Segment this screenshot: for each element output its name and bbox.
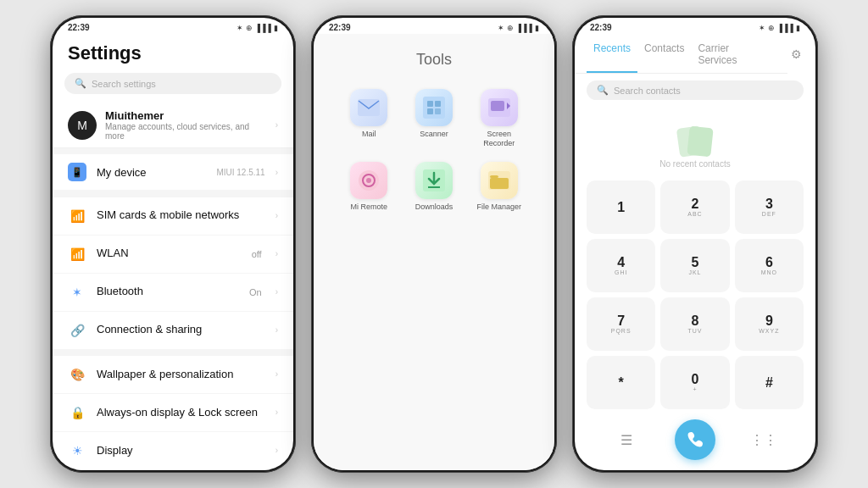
device-icon: 📱	[68, 163, 86, 181]
dialpad-icon[interactable]: ⋮⋮	[748, 424, 779, 455]
svg-rect-15	[490, 178, 509, 189]
my-device-item[interactable]: 📱 My device MIUI 12.5.11 ›	[53, 154, 293, 191]
settings-divider-1	[53, 148, 293, 154]
settings-item-bluetooth[interactable]: ✶ Bluetooth On ›	[53, 274, 293, 312]
scanner-label: Scanner	[420, 130, 448, 139]
account-name: Miuithemer	[105, 109, 267, 122]
app-screen-recorder[interactable]: Screen Recorder	[470, 89, 527, 148]
display-chevron-icon: ›	[275, 446, 278, 455]
settings-item-lockscreen[interactable]: 🔒 Always-on display & Lock screen ›	[53, 394, 293, 432]
num-digit-7: 7	[617, 314, 625, 328]
numpad: 1 2 ABC 3 DEF 4 GHI	[575, 177, 815, 413]
wallpaper-chevron-icon: ›	[275, 369, 278, 379]
battery3-icon: ▮	[796, 24, 800, 32]
settings-item-wlan[interactable]: 📶 WLAN off ›	[53, 236, 293, 274]
num-key-8[interactable]: 8 TUV	[660, 297, 729, 351]
settings-account[interactable]: M Miuithemer Manage accounts, cloud serv…	[53, 103, 293, 148]
num-letters-6: MNO	[761, 269, 777, 275]
battery2-icon: ▮	[535, 24, 539, 32]
menu-button[interactable]: ☰	[611, 424, 642, 455]
phone-dialer: 22:39 ✶ ⊕ ▐▐▐ ▮ Recents Contacts Carrier…	[572, 15, 818, 473]
app-scanner[interactable]: Scanner	[406, 89, 463, 148]
settings-item-connection[interactable]: 🔗 Connection & sharing ›	[53, 312, 293, 350]
phone-tools: 22:39 ✶ ⊕ ▐▐▐ ▮ Tools Mail	[311, 15, 557, 473]
num-letters-7: PQRS	[611, 328, 632, 334]
wallpaper-label: Wallpaper & personalization	[97, 368, 265, 382]
settings-item-sim[interactable]: 📶 SIM cards & mobile networks ›	[53, 197, 293, 236]
wlan-label: WLAN	[97, 247, 242, 261]
mi-remote-icon	[350, 162, 387, 199]
screen-recorder-label: Screen Recorder	[470, 130, 527, 148]
bluetooth-label: Bluetooth	[97, 285, 239, 299]
wlan-icon: 📶	[68, 245, 86, 263]
num-key-1[interactable]: 1	[587, 180, 655, 234]
num-key-7[interactable]: 7 PQRS	[587, 297, 655, 351]
search-icon: 🔍	[75, 78, 86, 89]
num-letters-3: DEF	[762, 211, 776, 217]
sim-chevron-icon: ›	[275, 211, 278, 220]
tab-contacts[interactable]: Contacts	[637, 37, 691, 73]
dialer-search-bar[interactable]: 🔍 Search contacts	[587, 80, 804, 100]
wlan-value: off	[252, 249, 262, 259]
status-icons-3: ✶ ⊕ ▐▐▐ ▮	[759, 24, 800, 32]
num-key-5[interactable]: 5 JKL	[660, 239, 729, 292]
app-mail[interactable]: Mail	[341, 89, 398, 148]
svg-rect-4	[427, 108, 433, 114]
settings-title: Settings	[53, 34, 293, 69]
num-key-9[interactable]: 9 WXYZ	[735, 297, 804, 351]
signal-icon: ▐▐▐	[255, 24, 271, 32]
app-downloads[interactable]: Downloads	[406, 162, 463, 212]
num-letters-8: TUV	[687, 328, 702, 334]
dialer-search-icon: 🔍	[597, 85, 609, 96]
app-file-manager[interactable]: File Manager	[470, 162, 527, 212]
phone-settings: 22:39 ✶ ⊕ ▐▐▐ ▮ Settings 🔍 Search settin…	[50, 15, 296, 473]
bluetooth-value: On	[249, 287, 262, 297]
lockscreen-icon: 🔒	[68, 403, 86, 422]
file-manager-label: File Manager	[476, 202, 521, 212]
svg-rect-16	[490, 175, 498, 178]
gear-icon[interactable]: ⚙	[787, 44, 805, 64]
status-icons-1: ✶ ⊕ ▐▐▐ ▮	[236, 24, 278, 32]
display-icon: ☀	[68, 441, 86, 460]
tab-recents[interactable]: Recents	[587, 37, 637, 73]
downloads-icon	[415, 162, 453, 199]
num-key-hash[interactable]: #	[735, 356, 804, 409]
num-digit-star: *	[619, 376, 624, 390]
num-key-6[interactable]: 6 MNO	[735, 239, 804, 292]
no-recent-section: No recent contacts	[575, 105, 815, 177]
num-digit-5: 5	[692, 256, 699, 269]
status-bar-2: 22:39 ✶ ⊕ ▐▐▐ ▮	[314, 18, 554, 34]
svg-rect-0	[358, 99, 380, 116]
app-grid: Mail Scanner Screen Recorder	[341, 89, 527, 211]
num-key-4[interactable]: 4 GHI	[587, 239, 655, 292]
num-key-3[interactable]: 3 DEF	[735, 180, 804, 234]
wifi-status-icon: ⊕	[246, 24, 253, 32]
signal3-icon: ▐▐▐	[777, 24, 793, 32]
call-button[interactable]	[675, 419, 715, 460]
lockscreen-chevron-icon: ›	[275, 408, 278, 417]
settings-divider-2	[53, 191, 293, 197]
account-avatar: M	[68, 111, 97, 140]
settings-search-bar[interactable]: 🔍 Search settings	[64, 73, 281, 94]
svg-rect-2	[427, 101, 433, 107]
num-key-star[interactable]: *	[587, 356, 655, 409]
status-time-3: 22:39	[590, 23, 612, 32]
num-letters-0: +	[693, 386, 697, 392]
dialer-screen: Recents Contacts Carrier Services ⚙ 🔍 Se…	[575, 34, 815, 470]
downloads-label: Downloads	[415, 202, 453, 212]
status-bar-3: 22:39 ✶ ⊕ ▐▐▐ ▮	[575, 18, 815, 34]
svg-rect-18	[687, 126, 713, 158]
tab-carrier-services[interactable]: Carrier Services	[691, 37, 776, 73]
bluetooth-settings-icon: ✶	[68, 283, 86, 302]
app-mi-remote[interactable]: Mi Remote	[341, 162, 398, 212]
settings-item-wallpaper[interactable]: 🎨 Wallpaper & personalization ›	[53, 356, 293, 394]
display-label: Display	[97, 444, 265, 458]
status-icons-2: ✶ ⊕ ▐▐▐ ▮	[498, 24, 539, 32]
mail-label: Mail	[362, 130, 376, 139]
svg-rect-1	[423, 97, 445, 119]
bluetooth-icon: ✶	[236, 24, 243, 32]
scene: 22:39 ✶ ⊕ ▐▐▐ ▮ Settings 🔍 Search settin…	[0, 0, 868, 488]
settings-item-display[interactable]: ☀ Display ›	[53, 432, 293, 470]
num-key-2[interactable]: 2 ABC	[660, 180, 729, 234]
num-key-0[interactable]: 0 +	[660, 356, 729, 409]
